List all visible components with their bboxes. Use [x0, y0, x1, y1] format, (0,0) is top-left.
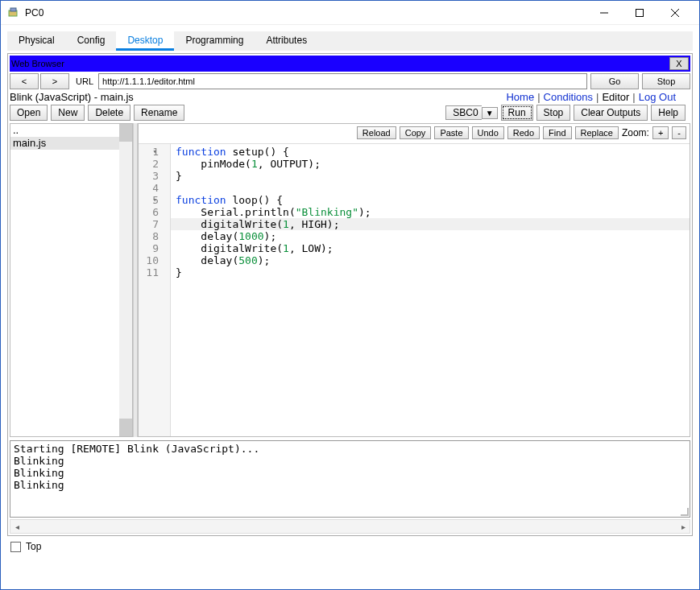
link-logout[interactable]: Log Out: [639, 91, 676, 103]
forward-button[interactable]: >: [40, 73, 69, 89]
paste-button[interactable]: Paste: [434, 126, 468, 139]
file-dotdot[interactable]: ..: [10, 124, 132, 137]
reload-button[interactable]: Reload: [357, 126, 396, 139]
delete-button[interactable]: Delete: [88, 105, 130, 121]
back-button[interactable]: <: [10, 73, 39, 89]
zoom-out-button[interactable]: -: [672, 126, 686, 139]
svg-rect-3: [636, 9, 644, 16]
new-button[interactable]: New: [51, 105, 85, 121]
run-button[interactable]: Run: [501, 105, 533, 121]
code-pane: Reload Copy Paste Undo Redo Find Replace…: [138, 123, 690, 437]
browser-titlebar: Web Browser X: [10, 56, 690, 72]
help-button[interactable]: Help: [651, 105, 686, 121]
zoom-label: Zoom:: [622, 127, 649, 138]
footer: Top: [7, 536, 693, 557]
tab-config[interactable]: Config: [66, 31, 117, 51]
project-title: Blink (JavaScript) - main.js: [10, 91, 134, 103]
header-links: Home| Conditions| Editor| Log Out: [506, 91, 690, 103]
find-button[interactable]: Find: [543, 126, 571, 139]
undo-button[interactable]: Undo: [472, 126, 504, 139]
file-toolbar: Open New Delete Rename SBC0▼ Run Stop Cl…: [10, 105, 690, 121]
runstop-button[interactable]: Stop: [536, 105, 571, 121]
link-home[interactable]: Home: [506, 91, 534, 103]
close-button[interactable]: [657, 2, 693, 24]
sbc-select[interactable]: SBC0▼: [445, 105, 497, 120]
url-input[interactable]: [98, 73, 587, 89]
link-conditions[interactable]: Conditions: [544, 91, 593, 103]
redo-button[interactable]: Redo: [507, 126, 540, 139]
window-title: PC0: [25, 7, 43, 19]
tab-attributes[interactable]: Attributes: [255, 31, 318, 51]
clear-outputs-button[interactable]: Clear Outputs: [574, 105, 648, 121]
replace-button[interactable]: Replace: [575, 126, 619, 139]
zoom-in-button[interactable]: +: [652, 126, 669, 139]
svg-rect-1: [10, 8, 16, 11]
code-toolbar: Reload Copy Paste Undo Redo Find Replace…: [139, 124, 690, 143]
titlebar: PC0: [1, 1, 699, 25]
tab-programming[interactable]: Programming: [174, 31, 255, 51]
horizontal-scrollbar[interactable]: ◂▸: [10, 519, 690, 534]
open-button[interactable]: Open: [10, 105, 48, 121]
copy-button[interactable]: Copy: [400, 126, 432, 139]
output-console[interactable]: Starting [REMOTE] Blink (JavaScript)... …: [10, 440, 690, 518]
browser-close-button[interactable]: X: [669, 57, 689, 70]
main-tabs: PhysicalConfigDesktopProgrammingAttribut…: [7, 31, 693, 51]
stop-button[interactable]: Stop: [642, 73, 690, 89]
top-checkbox[interactable]: [10, 542, 21, 552]
code-editor[interactable]: 1▾2345▾67891011 function setup() { pinMo…: [139, 143, 690, 436]
file-main-js[interactable]: main.js: [10, 137, 132, 150]
maximize-button[interactable]: [622, 2, 657, 24]
rename-button[interactable]: Rename: [134, 105, 184, 121]
link-editor: Editor: [602, 91, 629, 103]
window-controls: [586, 2, 693, 24]
top-label: Top: [26, 541, 41, 552]
desktop-content: Web Browser X < > URL Go Stop Blink (Jav…: [7, 53, 693, 536]
editor-header: Blink (JavaScript) - main.js Home| Condi…: [10, 91, 690, 103]
url-row: < > URL Go Stop: [10, 73, 690, 89]
tab-desktop[interactable]: Desktop: [116, 31, 174, 51]
editor-split: .. main.js Reload Copy Paste Undo Redo F…: [10, 123, 690, 437]
browser-title: Web Browser: [11, 59, 64, 68]
file-scrollbar[interactable]: [119, 124, 132, 436]
url-label: URL: [76, 76, 93, 86]
minimize-button[interactable]: [586, 2, 622, 24]
tab-physical[interactable]: Physical: [7, 31, 66, 51]
file-tree[interactable]: .. main.js: [10, 123, 133, 437]
resize-handle[interactable]: [679, 506, 689, 516]
go-button[interactable]: Go: [590, 73, 639, 89]
app-icon: [7, 6, 20, 19]
